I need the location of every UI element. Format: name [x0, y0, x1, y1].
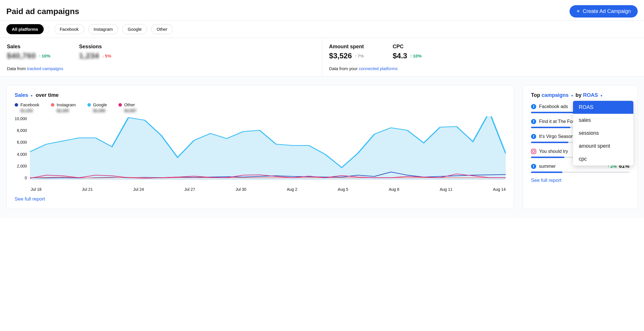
header: Paid ad campaigns + Create Ad Campaign	[0, 0, 644, 20]
stat-sales-value: $40,760	[7, 51, 36, 60]
sales-chart-card: Sales ▾ over time Facebook $1,234 Instag…	[6, 85, 514, 209]
campaign-name: You should try	[539, 149, 568, 154]
stat-cpc-delta: 10%	[410, 53, 421, 58]
sort-selector[interactable]: ROAS	[583, 92, 598, 98]
stats-band: Sales $40,760 10% Sessions 1,234 5% Data…	[0, 38, 644, 76]
side-full-report-link[interactable]: See full report	[531, 178, 629, 183]
stat-amount-spent: Amount spent $3,526 7%	[329, 44, 364, 60]
stats-left: Sales $40,760 10% Sessions 1,234 5% Data…	[0, 38, 322, 76]
facebook-icon: f	[531, 104, 536, 109]
chevron-down-icon: ▾	[31, 94, 32, 98]
stat-cpc: CPC $4.3 10%	[393, 44, 422, 60]
chart-svg	[30, 116, 506, 185]
create-campaign-button[interactable]: + Create Ad Campaign	[570, 5, 638, 18]
dropdown-item-sales[interactable]: sales	[573, 114, 633, 127]
filter-google[interactable]: Google	[122, 24, 147, 34]
campaign-name: summer	[539, 164, 556, 169]
dropdown-item-amount-spent[interactable]: amount spent	[573, 140, 633, 153]
plus-icon: +	[576, 8, 580, 15]
stat-spent-delta: 7%	[355, 53, 364, 58]
page-title: Paid ad campaigns	[6, 7, 79, 16]
stat-sales-label: Sales	[7, 44, 50, 50]
chart-header: Sales ▾ over time	[15, 92, 506, 98]
dot-icon	[118, 103, 122, 107]
platform-filter-row: All platforms Facebook Instagram Google …	[0, 21, 644, 38]
legend-facebook: Facebook $1,234	[15, 102, 39, 113]
chart-plot: 10,000 8,000 6,000 4,000 2,000 0 Jul 18 …	[15, 116, 506, 192]
chevron-down-icon: ▾	[601, 94, 602, 98]
facebook-icon: f	[531, 134, 536, 139]
stat-sessions-value: 1,234	[79, 51, 99, 60]
stat-spent-value: $3,526	[329, 51, 352, 60]
top-campaigns-card: Top campaigns ▾ by ROAS ▾ ROAS sales ses…	[523, 85, 638, 209]
stat-sessions: Sessions 1,234 5%	[79, 44, 111, 60]
top-campaigns-header: Top campaigns ▾ by ROAS ▾	[531, 92, 629, 98]
stats-right-note: Data from your connected platforms	[329, 66, 637, 71]
stat-sessions-delta: 5%	[102, 53, 111, 58]
stats-left-note: Data from tracked campaigns	[7, 66, 315, 71]
y-axis: 10,000 8,000 6,000 4,000 2,000 0	[15, 116, 30, 180]
campaign-bar	[531, 172, 629, 173]
arrow-up-icon	[355, 53, 357, 58]
chart-over-time: over time	[36, 92, 59, 98]
cards-row: Sales ▾ over time Facebook $1,234 Instag…	[0, 76, 644, 218]
x-axis: Jul 18 Jul 21 Jul 24 Jul 27 Jul 30 Aug 2…	[31, 187, 506, 192]
stat-sessions-label: Sessions	[79, 44, 111, 50]
arrow-up-icon	[410, 53, 412, 58]
chart-legend: Facebook $1,234 Instagram $2,345 Google …	[15, 102, 506, 113]
stat-sales: Sales $40,760 10%	[7, 44, 50, 60]
create-campaign-label: Create Ad Campaign	[583, 8, 631, 14]
dropdown-item-cpc[interactable]: cpc	[573, 153, 633, 166]
stats-right: Amount spent $3,526 7% CPC $4.3 10% Data…	[322, 38, 644, 76]
dropdown-item-sessions[interactable]: sessions	[573, 127, 633, 140]
stat-cpc-value: $4.3	[393, 51, 407, 60]
chevron-down-icon: ▾	[571, 94, 573, 98]
tracked-campaigns-link[interactable]: tracked campaigns	[27, 66, 63, 71]
chart-full-report-link[interactable]: See full report	[15, 196, 506, 202]
connected-platforms-link[interactable]: connected platforms	[359, 66, 398, 71]
dropdown-item-roas[interactable]: ROAS	[573, 101, 633, 114]
campaign-name: Find it at The For	[539, 119, 574, 124]
sort-dropdown: ROAS sales sessions amount spent cpc	[573, 101, 633, 166]
instagram-icon	[531, 149, 536, 154]
filter-instagram[interactable]: Instagram	[88, 24, 118, 34]
arrow-down-icon	[102, 53, 104, 58]
filter-all-platforms[interactable]: All platforms	[6, 24, 44, 34]
filter-other[interactable]: Other	[151, 24, 173, 34]
legend-google: Google $3,456	[87, 102, 107, 113]
campaigns-selector[interactable]: campaigns	[542, 92, 569, 98]
facebook-icon: f	[531, 119, 536, 124]
campaign-name: Facebook ads	[539, 104, 568, 109]
dot-icon	[15, 103, 18, 107]
arrow-up-icon	[39, 53, 41, 58]
chart-metric-selector[interactable]: Sales	[15, 92, 28, 98]
filter-facebook[interactable]: Facebook	[54, 24, 84, 34]
dot-icon	[51, 103, 54, 107]
stat-sales-delta: 10%	[39, 53, 50, 58]
filter-divider	[49, 26, 49, 33]
dot-icon	[87, 103, 91, 107]
stat-spent-label: Amount spent	[329, 44, 364, 50]
facebook-icon: f	[531, 164, 536, 169]
legend-other: Other $4,567	[118, 102, 137, 113]
campaign-name: It's Virgo Season	[539, 134, 574, 139]
legend-instagram: Instagram $2,345	[51, 102, 76, 113]
stat-cpc-label: CPC	[393, 44, 422, 50]
